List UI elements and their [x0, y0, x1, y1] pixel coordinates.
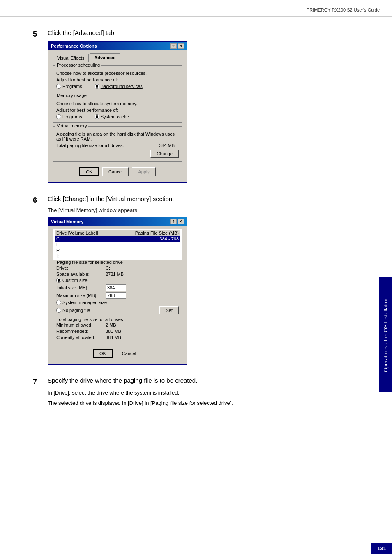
- change-button[interactable]: Change: [150, 150, 179, 158]
- virtual-memory-desc: A paging file is an area on the hard dis…: [56, 132, 179, 141]
- memory-system-cache-label: System cache: [101, 114, 129, 119]
- vm-currently-label: Currently allocated:: [56, 335, 106, 340]
- vm-ok-button[interactable]: OK: [93, 349, 113, 358]
- set-button[interactable]: Set: [159, 306, 179, 314]
- vm-recommended-field: Recommended: 381 MB: [56, 329, 179, 334]
- vm-paging-group-label: Paging file size for selected drive: [55, 260, 124, 265]
- vm-drive-row-f[interactable]: F:: [55, 247, 180, 253]
- help-button[interactable]: ?: [170, 43, 177, 49]
- vm-cancel-button[interactable]: Cancel: [116, 349, 142, 358]
- memory-system-cache-option[interactable]: System cache: [95, 114, 129, 119]
- memory-radio-row: Programs System cache: [56, 114, 179, 119]
- system-managed-label: System managed size: [62, 300, 107, 305]
- memory-usage-label: Memory usage: [55, 93, 88, 98]
- vm-total-group-label: Total paging file size for all drives: [55, 317, 124, 322]
- step-7-block: 7 Specify the drive where the paging fil…: [33, 377, 367, 409]
- memory-programs-radio[interactable]: [56, 114, 61, 119]
- vm-drive-row-c[interactable]: C: 384 - 768: [55, 236, 180, 242]
- vm-total-row: Total paging file size for all drives: 3…: [56, 143, 179, 148]
- step-7-instruction: Specify the drive where the paging file …: [48, 377, 367, 384]
- step-5-content: Click the [Advanced] tab. Performance Op…: [48, 29, 367, 183]
- vm-space-field: Space available: 2721 MB: [56, 272, 179, 277]
- custom-size-label: Custom size:: [62, 278, 89, 283]
- memory-programs-option[interactable]: Programs: [56, 114, 82, 119]
- step-6-number: 6: [33, 195, 48, 205]
- system-managed-radio[interactable]: [56, 300, 61, 305]
- vm-currently-value: 384 MB: [106, 335, 121, 340]
- processor-bg-services-option[interactable]: Background services: [95, 84, 143, 89]
- virtual-memory-body: Drive [Volume Label] Paging File Size (M…: [48, 226, 187, 364]
- vm-max-label: Maximum size (MB):: [56, 293, 106, 298]
- vm-drive-f-label: F:: [56, 248, 60, 253]
- tab-advanced[interactable]: Advanced: [90, 53, 120, 62]
- performance-options-title: Performance Options: [51, 44, 97, 48]
- titlebar-buttons: ? ✕: [170, 43, 184, 49]
- vm-bottom-buttons: OK Cancel: [53, 346, 182, 360]
- vm-space-label: Space available:: [56, 272, 106, 277]
- vm-initial-size-field: Initial size (MB):: [56, 284, 179, 291]
- processor-scheduling-group: Processor scheduling Choose how to alloc…: [53, 65, 182, 92]
- vm-drive-i-label: I:: [56, 254, 59, 259]
- vm-initial-input[interactable]: [106, 284, 126, 291]
- step-6-content: Click [Change] in the [Virtual memory] s…: [48, 195, 367, 365]
- vm-initial-label: Initial size (MB):: [56, 285, 106, 290]
- step-7-content: Specify the drive where the paging file …: [48, 377, 367, 409]
- processor-scheduling-label: Processor scheduling: [55, 62, 101, 67]
- performance-bottom-buttons: OK Cancel Apply: [53, 165, 182, 178]
- vm-min-value: 2 MB: [106, 323, 116, 328]
- custom-size-radio[interactable]: [56, 278, 61, 283]
- processor-scheduling-desc: Choose how to allocate processor resourc…: [56, 71, 179, 76]
- performance-options-body: Visual Effects Advanced Processor schedu…: [48, 50, 187, 182]
- vm-max-input[interactable]: [106, 292, 126, 299]
- memory-usage-group: Memory usage Choose how to allocate syst…: [53, 96, 182, 123]
- step-5-block: 5 Click the [Advanced] tab. Performance …: [33, 29, 367, 183]
- tab-visual-effects[interactable]: Visual Effects: [53, 54, 89, 62]
- virtual-memory-label: Virtual memory: [55, 123, 88, 128]
- processor-programs-radio[interactable]: [56, 84, 61, 89]
- vm-total-group: Total paging file size for all drives Mi…: [53, 320, 182, 344]
- processor-programs-option[interactable]: Programs: [56, 84, 82, 89]
- performance-options-dialog: Performance Options ? ✕ Visual Effects A…: [48, 41, 187, 183]
- change-row: Change: [56, 150, 179, 158]
- vm-drive-header: Drive [Volume Label] Paging File Size (M…: [55, 230, 180, 236]
- vm-currently-allocated-field: Currently allocated: 384 MB: [56, 335, 179, 340]
- ok-button[interactable]: OK: [79, 167, 99, 176]
- processor-radio-row: Programs Background services: [56, 84, 179, 89]
- step-7-texts: In [Drive], select the drive where the s…: [48, 389, 367, 408]
- vm-recommended-label: Recommended:: [56, 329, 106, 334]
- step-5-number: 5: [33, 29, 48, 39]
- system-managed-radio-item[interactable]: System managed size: [56, 300, 179, 305]
- vm-drive-value: C:: [106, 265, 110, 270]
- step-6-block: 6 Click [Change] in the [Virtual memory]…: [33, 195, 367, 365]
- no-paging-radio[interactable]: [56, 308, 61, 313]
- custom-size-radio-item[interactable]: Custom size:: [56, 278, 179, 283]
- memory-system-cache-radio[interactable]: [95, 114, 99, 119]
- vm-drive-c-size: 384 - 768: [160, 236, 179, 241]
- vm-help-button[interactable]: ?: [170, 219, 177, 224]
- no-paging-radio-item[interactable]: No paging file: [56, 308, 90, 313]
- step-7-subtext-2: The selected drive is displayed in [Driv…: [48, 399, 367, 408]
- page-number: 131: [371, 543, 392, 554]
- vm-min-allowed-field: Minimum allowed: 2 MB: [56, 323, 179, 328]
- virtual-memory-group: Virtual memory A paging file is an area …: [53, 126, 182, 162]
- header-title: PRIMERGY RX200 S2 User's Guide: [307, 7, 380, 12]
- processor-scheduling-sub: Adjust for best performance of:: [56, 77, 179, 82]
- apply-button[interactable]: Apply: [132, 167, 156, 176]
- cancel-button[interactable]: Cancel: [102, 167, 129, 176]
- vm-close-button[interactable]: ✕: [178, 219, 184, 224]
- vm-drive-c-label: C:: [56, 236, 61, 241]
- processor-bg-services-radio[interactable]: [95, 84, 99, 89]
- vm-drive-e-label: E:: [56, 242, 60, 247]
- vm-total-label: Total paging file size for all drives:: [56, 143, 159, 148]
- virtual-memory-titlebar: Virtual Memory ? ✕: [48, 217, 187, 226]
- step-6-subtext: The [Virtual Memory] window appears.: [48, 207, 367, 213]
- vm-drive-row-e[interactable]: E:: [55, 242, 180, 247]
- side-tab-text: Operations after OS Installation: [383, 297, 389, 372]
- virtual-memory-dialog: Virtual Memory ? ✕ Drive [Volume Label] …: [48, 217, 187, 365]
- vm-drive-row-i[interactable]: I:: [55, 253, 180, 259]
- vm-drive-field: Drive: C:: [56, 265, 179, 270]
- close-button[interactable]: ✕: [178, 43, 184, 49]
- performance-options-titlebar: Performance Options ? ✕: [48, 42, 187, 50]
- vm-recommended-value: 381 MB: [106, 329, 121, 334]
- tabs-row: Visual Effects Advanced: [53, 53, 182, 62]
